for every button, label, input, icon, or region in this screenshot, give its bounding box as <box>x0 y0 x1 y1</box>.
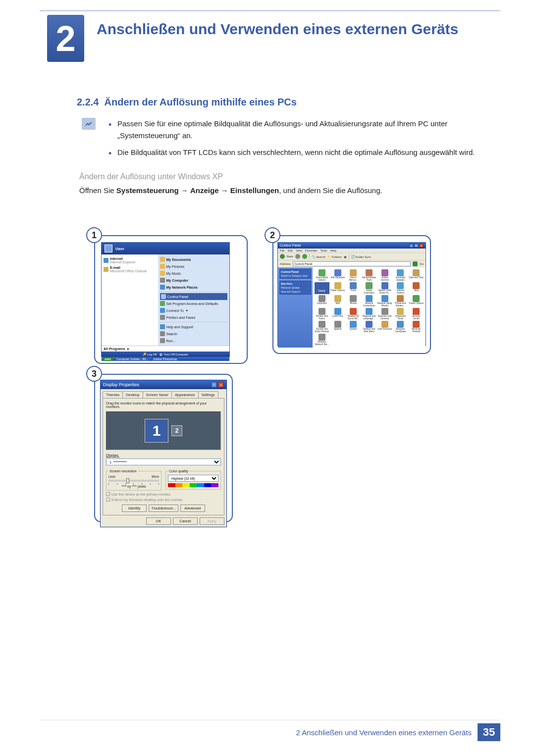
cp-icon-scanners-and-cameras[interactable]: Scanners and Cameras <box>377 308 392 320</box>
cp-icon-intel-r-gma-driver-for[interactable]: Intel(R) GMA Driver for... <box>377 282 392 294</box>
checkbox-primary-monitor[interactable]: ✓Use this device as the primary monitor. <box>106 492 221 496</box>
monitor-1-icon[interactable]: 1 <box>145 419 168 443</box>
close-button[interactable]: × <box>218 382 224 388</box>
cp-icon-mail[interactable]: Mail <box>330 295 345 307</box>
advanced-button[interactable]: Advanced <box>180 504 205 512</box>
cp-icon-fonts[interactable]: Fonts <box>346 282 361 294</box>
checkbox-extend-desktop[interactable]: ✓Extend my Windows desktop onto this mon… <box>106 498 221 502</box>
cp-icon-adobe-gamma[interactable]: Adobe Gamma <box>377 269 392 281</box>
cp-icon-wireless-network-set[interactable]: Wireless Network Set... <box>315 334 329 346</box>
sidebar-link-help[interactable]: Help and Support <box>281 289 310 293</box>
cp-icon-quicktime[interactable]: QuickTime <box>330 308 345 320</box>
menu-file[interactable]: File <box>280 249 285 252</box>
back-button[interactable] <box>280 254 285 259</box>
cp-icon-network-connections[interactable]: Network Connections <box>362 295 376 307</box>
taskbar-app-2[interactable]: Adobe Photoshop <box>152 357 178 361</box>
up-button[interactable] <box>302 254 307 259</box>
tab-themes[interactable]: Themes <box>103 391 123 398</box>
sidebar-link-winupdate[interactable]: Windows Update <box>281 285 310 289</box>
start-button[interactable]: start <box>103 357 113 361</box>
go-button[interactable] <box>413 261 418 266</box>
cp-icon-folder-options[interactable]: Folder Options <box>330 282 345 294</box>
cp-icon-keyboard[interactable]: Keyboard <box>315 295 329 307</box>
cp-icon-user-accounts[interactable]: User Accounts <box>377 321 392 333</box>
menu-tools[interactable]: Tools <box>321 249 327 252</box>
cp-icon-regional-and-language[interactable]: Regional and Language... <box>362 308 376 320</box>
start-item-set-program[interactable]: Set Program Access and Defaults <box>160 300 227 307</box>
start-item-help[interactable]: Help and Support <box>160 323 227 330</box>
minimize-button[interactable]: _ <box>409 244 414 248</box>
cp-icon-printers-and-faxes[interactable]: Printers and Faxes <box>315 308 329 320</box>
cp-icon-realtek-hd-sound-eff[interactable]: Realtek HD Sound Eff... <box>346 308 361 320</box>
turnoff-button[interactable]: ⏻ Turn Off Computer <box>160 353 188 356</box>
tab-appearance[interactable]: Appearance <box>171 391 198 398</box>
cp-icon-add-or-remov[interactable]: Add or Remov... <box>346 269 361 281</box>
logoff-button[interactable]: 🔑 Log Off <box>143 353 157 356</box>
start-item-email[interactable]: E-mailMicrosoft Office Outlook <box>104 265 156 274</box>
cp-icon-java[interactable]: Java <box>409 282 424 294</box>
cp-icon-game-controllers[interactable]: Game Controllers <box>362 282 376 294</box>
start-item-printers[interactable]: Printers and Faxes <box>160 314 227 321</box>
cp-icon-sounds-and-audio-devices[interactable]: Sounds and Audio Devices <box>315 321 329 333</box>
cp-icon-display[interactable]: Display <box>315 282 329 294</box>
folders-button[interactable]: 📁 Folders <box>327 255 342 258</box>
cp-icon-windows-firewall[interactable]: Windows Firewall <box>409 321 424 333</box>
start-item-search[interactable]: Search <box>160 330 227 337</box>
start-item-mydocs[interactable]: My Documents <box>160 256 227 263</box>
menu-edit[interactable]: Edit <box>288 249 293 252</box>
menu-help[interactable]: Help <box>330 249 336 252</box>
start-item-internet[interactable]: InternetInternet Explorer <box>104 256 156 265</box>
sidebar-link-category-view[interactable]: Switch to Category View <box>281 273 310 277</box>
close-button[interactable]: × <box>419 244 424 248</box>
start-item-mycomp[interactable]: My Computer <box>160 277 227 284</box>
cp-icon-accessibility-options[interactable]: Accessibility Options <box>315 269 329 281</box>
identify-button[interactable]: Identify <box>122 504 147 512</box>
cp-icon-add-hardware[interactable]: Add Hardware <box>330 269 345 281</box>
help-button[interactable]: ? <box>211 382 217 388</box>
start-item-run[interactable]: Run... <box>160 337 227 344</box>
tab-screensaver[interactable]: Screen Saver <box>143 391 172 398</box>
cp-icon-speech[interactable]: Speech <box>330 321 345 333</box>
taskbar-app-1[interactable]: Computer Guides - Wi... <box>115 357 150 361</box>
cp-icon-mouse[interactable]: Mouse <box>346 295 361 307</box>
cp-icon-network-setup-wizard[interactable]: Network Setup Wizard <box>377 295 392 307</box>
menu-view[interactable]: View <box>296 249 302 252</box>
cp-icon-automatic-updates[interactable]: Automatic Updates <box>393 269 408 281</box>
cp-icon-date-and-time[interactable]: Date and Time <box>409 269 424 281</box>
display-select[interactable]: 1. ********** <box>106 458 221 465</box>
cp-icon-scheduled-tasks[interactable]: Scheduled Tasks <box>393 308 408 320</box>
color-quality-select[interactable]: Highest (32 bit) <box>168 475 218 482</box>
cp-icon-power-options[interactable]: Power Options <box>409 295 424 307</box>
cp-icon-windows-cardspace[interactable]: Windows CardSpace <box>393 321 408 333</box>
start-item-control-panel[interactable]: Control Panel <box>160 293 227 300</box>
cp-icon-taskbar-and-start-menu[interactable]: Taskbar and Start Menu <box>362 321 376 333</box>
start-all-programs[interactable]: All Programs <box>102 346 229 352</box>
search-button[interactable]: 🔍 Search <box>312 255 325 258</box>
apply-button[interactable]: Apply <box>200 517 224 525</box>
views-button[interactable]: ▦ <box>344 255 347 258</box>
resolution-slider[interactable] <box>108 480 159 482</box>
start-menu-right-col: My Documents My Pictures My Music My Com… <box>158 254 229 346</box>
start-item-mypics[interactable]: My Pictures <box>160 263 227 270</box>
start-item-mynet[interactable]: My Network Places <box>160 284 227 291</box>
troubleshoot-button[interactable]: Troubleshoot... <box>149 504 178 512</box>
address-input[interactable] <box>293 261 411 266</box>
cp-icon-phone-and-modem[interactable]: Phone and Modem... <box>393 295 408 307</box>
forward-button[interactable] <box>295 254 300 259</box>
slider-thumb[interactable] <box>126 478 129 483</box>
tab-desktop[interactable]: Desktop <box>122 391 143 398</box>
cp-icon-administrative-tools[interactable]: Administrative Tools <box>362 269 376 281</box>
cp-icon-system[interactable]: System <box>346 321 361 333</box>
cp-icon-security-center[interactable]: Security Center <box>409 308 424 320</box>
foldersync-button[interactable]: 🔄 Folder Sync <box>351 255 372 258</box>
maximize-button[interactable]: □ <box>414 244 419 248</box>
monitor-2-icon[interactable]: 2 <box>171 425 182 436</box>
monitor-arrangement-area[interactable]: 1 2 <box>106 411 221 450</box>
ok-button[interactable]: OK <box>146 517 171 525</box>
tab-settings[interactable]: Settings <box>198 391 218 398</box>
menu-favorites[interactable]: Favorites <box>305 249 318 252</box>
start-item-mymusic[interactable]: My Music <box>160 270 227 277</box>
start-item-connect[interactable]: Connect To ▸ <box>160 307 227 314</box>
cp-icon-internet-options[interactable]: Internet Options <box>393 282 408 294</box>
cancel-button[interactable]: Cancel <box>173 517 198 525</box>
